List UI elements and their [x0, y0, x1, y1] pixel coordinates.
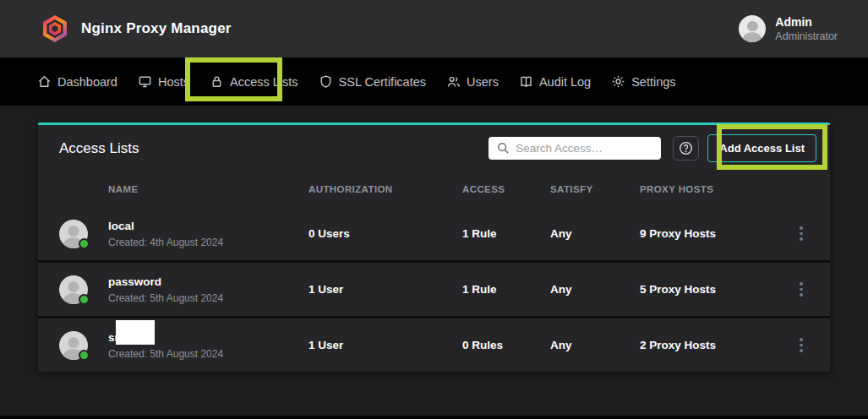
shield-icon [319, 74, 333, 89]
satisfy-value: Any [550, 283, 640, 296]
user-role: Administrator [775, 30, 838, 43]
access-list-name: password [108, 275, 308, 289]
col-header-access: ACCESS [462, 184, 550, 194]
nav-label: Dashboard [57, 75, 117, 89]
authorization-value: 1 User [308, 283, 462, 296]
nav-label: Settings [631, 75, 675, 89]
status-dot-icon [79, 238, 90, 249]
authorization-value: 0 Users [308, 227, 462, 240]
lock-icon [210, 74, 224, 89]
nav-item-access-lists[interactable]: Access Lists [210, 74, 298, 89]
panel-title: Access Lists [59, 140, 139, 157]
col-header-proxy-hosts: PROXY HOSTS [640, 184, 793, 194]
nav-item-settings[interactable]: Settings [611, 74, 675, 89]
row-menu-kebab-icon[interactable] [793, 226, 810, 241]
search-input[interactable] [489, 137, 661, 160]
access-list-created: Created: 5th August 2024 [108, 291, 308, 305]
user-avatar [739, 15, 766, 42]
gear-icon [611, 74, 625, 89]
col-header-authorization: AUTHORIZATION [308, 184, 462, 194]
nav-label: Audit Log [539, 75, 591, 89]
row-menu-kebab-icon[interactable] [793, 282, 810, 297]
avatar [59, 331, 88, 360]
avatar [59, 220, 88, 248]
app-title: Nginx Proxy Manager [81, 20, 232, 37]
row-menu-kebab-icon[interactable] [793, 338, 810, 352]
access-value: 1 Rule [462, 227, 550, 240]
access-list-name: local [108, 219, 308, 233]
nav-item-audit-log[interactable]: Audit Log [519, 74, 591, 89]
home-icon [37, 74, 52, 89]
user-name: Admin [775, 15, 838, 30]
access-value: 0 Rules [462, 339, 550, 351]
table-row[interactable]: local Created: 4th August 2024 0 Users 1… [38, 207, 830, 260]
search-box [489, 137, 661, 160]
proxy-hosts-value: 2 Proxy Hosts [640, 339, 793, 351]
access-list-created: Created: 5th August 2024 [108, 347, 308, 361]
nav-label: Users [467, 75, 499, 89]
bottom-strip [0, 416, 868, 419]
table-header: NAME AUTHORIZATION ACCESS SATISFY PROXY … [38, 171, 830, 207]
nav-item-dashboard[interactable]: Dashboard [37, 74, 117, 89]
satisfy-value: Any [550, 339, 640, 351]
search-icon [496, 141, 510, 155]
user-menu[interactable]: Admin Administrator [739, 15, 838, 43]
status-dot-icon [79, 294, 90, 305]
nav-item-ssl-certificates[interactable]: SSL Certificates [319, 74, 426, 89]
authorization-value: 1 User [308, 339, 462, 351]
nav-label: Hosts [158, 75, 189, 89]
nav-label: SSL Certificates [339, 75, 426, 89]
app-header: Nginx Proxy Manager Admin Administrator [0, 0, 868, 57]
col-header-satisfy: SATISFY [550, 184, 640, 194]
redaction-box [116, 320, 155, 345]
access-value: 1 Rule [462, 283, 550, 296]
app-logo-icon [41, 14, 69, 43]
book-icon [519, 74, 533, 89]
nav-label: Access Lists [230, 75, 298, 89]
nav-item-hosts[interactable]: Hosts [138, 74, 189, 89]
table-body: local Created: 4th August 2024 0 Users 1… [38, 207, 830, 372]
nav-item-users[interactable]: Users [446, 74, 499, 89]
table-row[interactable]: password Created: 5th August 2024 1 User… [38, 263, 830, 316]
main-nav: Dashboard Hosts Access Lists SSL Certifi… [0, 57, 868, 106]
table-row[interactable]: sn Created: 5th August 2024 1 User 0 Rul… [38, 318, 830, 372]
avatar [59, 275, 88, 304]
help-button[interactable] [673, 136, 699, 161]
panel-header: Access Lists Add Access List [38, 125, 830, 171]
help-icon [678, 140, 694, 156]
proxy-hosts-value: 9 Proxy Hosts [640, 227, 793, 240]
access-lists-panel: Access Lists Add Access List NAME AUTHOR… [38, 122, 830, 372]
status-dot-icon [79, 350, 90, 361]
proxy-hosts-value: 5 Proxy Hosts [640, 283, 793, 296]
satisfy-value: Any [550, 227, 640, 240]
monitor-icon [138, 74, 152, 89]
users-icon [446, 74, 461, 89]
access-list-created: Created: 4th August 2024 [108, 236, 308, 249]
col-header-name: NAME [108, 184, 308, 194]
add-access-list-button[interactable]: Add Access List [707, 134, 816, 162]
